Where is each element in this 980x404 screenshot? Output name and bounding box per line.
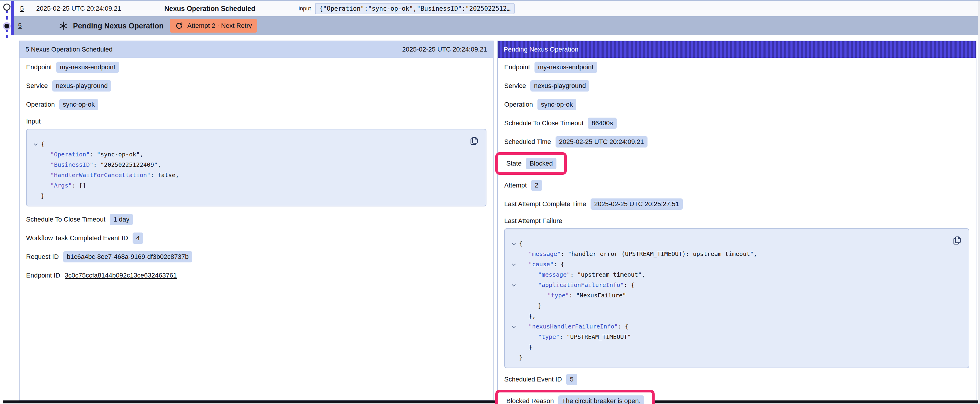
- field-value-badge: 5: [566, 374, 577, 385]
- field-value-badge: b1c6a4bc-8ee7-468a-9169-df3b02c8737b: [63, 251, 192, 262]
- field-row: Operationsync-op-ok: [504, 95, 969, 114]
- json-key: "BusinessID": [51, 161, 94, 168]
- temporal-event-history-view: { "colors": { "accent_indigo": "#4A43DB"…: [0, 0, 980, 404]
- field-row: Endpointmy-nexus-endpoint: [504, 58, 969, 76]
- chevron-down-icon[interactable]: [512, 262, 516, 266]
- json-text: : "UPSTREAM_TIMEOUT": [559, 333, 631, 340]
- field-row: Scheduled Time2025-02-25 UTC 20:24:09.21: [504, 132, 969, 151]
- json-line: "message": "upstream timeout",: [505, 269, 948, 280]
- chevron-down-icon[interactable]: [512, 241, 516, 245]
- event-id-link[interactable]: 5: [18, 22, 26, 30]
- field-row: Servicenexus-playground: [504, 76, 969, 95]
- event-id-link[interactable]: 5: [20, 5, 28, 13]
- field-label: Schedule To Close Timeout: [26, 215, 105, 223]
- field-value-link[interactable]: 3c0c75ccfa8144b092c13ce632463761: [65, 272, 177, 279]
- json-text: },: [528, 312, 536, 320]
- json-text: : "handler error (UPSTREAM_TIMEOUT): ups…: [561, 250, 757, 257]
- json-line: }: [27, 191, 465, 201]
- json-line: }: [505, 301, 948, 311]
- field-value-badge: 2: [531, 180, 542, 191]
- json-line: "Operation": "sync-op-ok",: [27, 149, 465, 160]
- json-line: "nexusHandlerFailureInfo": {: [505, 322, 948, 332]
- field-row: Servicenexus-playground: [26, 76, 487, 95]
- timeline-node-current-icon[interactable]: [3, 22, 11, 30]
- pending-fields-top: Endpointmy-nexus-endpointServicenexus-pl…: [504, 58, 969, 151]
- pending-fields-mid: Attempt2Last Attempt Complete Time2025-0…: [504, 176, 969, 213]
- scheduled-panel-title: 5 Nexus Operation Scheduled: [25, 46, 113, 53]
- scheduled-event-detail-panel: 5 Nexus Operation Scheduled 2025-02-25 U…: [19, 41, 493, 401]
- event-name: Nexus Operation Scheduled: [164, 5, 298, 13]
- json-key: "Args": [51, 182, 72, 189]
- container-bottom-border: [3, 401, 978, 403]
- failure-section-label: Last Attempt Failure: [504, 213, 969, 227]
- chevron-down-icon[interactable]: [512, 283, 516, 287]
- field-label: Request ID: [26, 253, 59, 261]
- copy-icon[interactable]: [952, 236, 962, 246]
- field-label: Endpoint ID: [26, 272, 60, 279]
- json-key: "type": [547, 292, 569, 299]
- scrollbar-track[interactable]: [978, 1, 980, 404]
- field-row: Scheduled Event ID5: [504, 370, 969, 388]
- field-value-badge: sync-op-ok: [59, 99, 99, 110]
- json-text: : {: [554, 261, 564, 268]
- json-line: }: [505, 352, 948, 363]
- event-detail-label: Input: [298, 5, 311, 12]
- failure-json-lines: {"message": "handler error (UPSTREAM_TIM…: [505, 238, 948, 363]
- field-label: Operation: [26, 101, 55, 108]
- json-text: {: [519, 240, 523, 247]
- field-label: Endpoint: [504, 63, 530, 71]
- input-section-label: Input: [26, 114, 487, 127]
- event-group-indicator-bar: [11, 1, 14, 35]
- timeline-node-open-icon[interactable]: [3, 3, 10, 11]
- field-label: Operation: [504, 101, 533, 108]
- event-row-pending[interactable]: 5 Pending Nexus Operation Attempt 2 · Ne…: [14, 16, 978, 35]
- field-label: Scheduled Time: [504, 138, 551, 146]
- field-label: State: [506, 160, 522, 167]
- field-value-badge: 1 day: [110, 214, 133, 225]
- field-row: Endpointmy-nexus-endpoint: [26, 58, 487, 76]
- json-text: }: [41, 192, 45, 199]
- field-value-badge: 2025-02-25 UTC 20:24:09.21: [555, 136, 648, 147]
- field-row: Last Attempt Complete Time2025-02-25 UTC…: [504, 195, 969, 213]
- json-line: {: [505, 238, 948, 249]
- chevron-down-icon[interactable]: [34, 142, 38, 146]
- field-label: Last Attempt Complete Time: [504, 200, 586, 208]
- event-timestamp: 2025-02-25 UTC 20:24:09.21: [36, 5, 164, 13]
- json-text: : {: [618, 323, 628, 330]
- event-input-preview-chip[interactable]: {"Operation":"sync-op-ok","BusinessID":"…: [315, 3, 515, 14]
- input-json-block: {"Operation": "sync-op-ok","BusinessID":…: [26, 129, 487, 206]
- blocked-reason-highlight-box: Blocked Reason The circuit breaker is op…: [495, 390, 655, 404]
- json-text: : "upstream timeout",: [570, 271, 645, 278]
- json-text: : "NexusFailure": [569, 292, 626, 299]
- json-text: }: [538, 302, 542, 309]
- field-label: Schedule To Close Timeout: [504, 119, 584, 127]
- json-text: }: [528, 344, 532, 351]
- event-row-scheduled[interactable]: 5 2025-02-25 UTC 20:24:09.21 Nexus Opera…: [14, 1, 978, 16]
- json-text: {: [41, 140, 45, 147]
- json-key: "cause": [528, 261, 554, 268]
- state-value-badge: Blocked: [526, 158, 556, 169]
- field-label: Endpoint: [26, 63, 52, 71]
- field-label: Attempt: [504, 182, 527, 189]
- scheduled-panel-header: 5 Nexus Operation Scheduled 2025-02-25 U…: [19, 41, 493, 58]
- json-text: : "20250225122409",: [94, 161, 161, 168]
- field-row: State Blocked: [506, 155, 557, 172]
- json-line: "BusinessID": "20250225122409",: [27, 160, 465, 170]
- field-value-badge: 2025-02-25 UTC 20:25:27.51: [590, 198, 682, 210]
- scheduled-panel-timestamp: 2025-02-25 UTC 20:24:09.21: [402, 46, 487, 53]
- pending-asterisk-icon: [59, 21, 68, 31]
- pending-fields-bottom: Scheduled Event ID5: [504, 370, 969, 388]
- field-row: Blocked Reason The circuit breaker is op…: [506, 393, 644, 404]
- retry-status-badge: Attempt 2 · Next Retry: [170, 19, 258, 33]
- chevron-down-icon[interactable]: [512, 324, 516, 328]
- json-text: }: [519, 354, 523, 361]
- copy-icon[interactable]: [469, 136, 479, 146]
- field-value-badge: nexus-playground: [52, 80, 111, 92]
- pending-panel-title: Pending Nexus Operation: [504, 46, 578, 53]
- json-key: "message": [538, 271, 570, 278]
- input-json-lines: {"Operation": "sync-op-ok","BusinessID":…: [27, 139, 465, 201]
- field-label: Scheduled Event ID: [504, 375, 562, 383]
- json-line: "type": "UPSTREAM_TIMEOUT": [505, 332, 948, 342]
- pending-event-name: Pending Nexus Operation: [73, 22, 164, 30]
- scheduled-fields-top: Endpointmy-nexus-endpointServicenexus-pl…: [26, 58, 487, 114]
